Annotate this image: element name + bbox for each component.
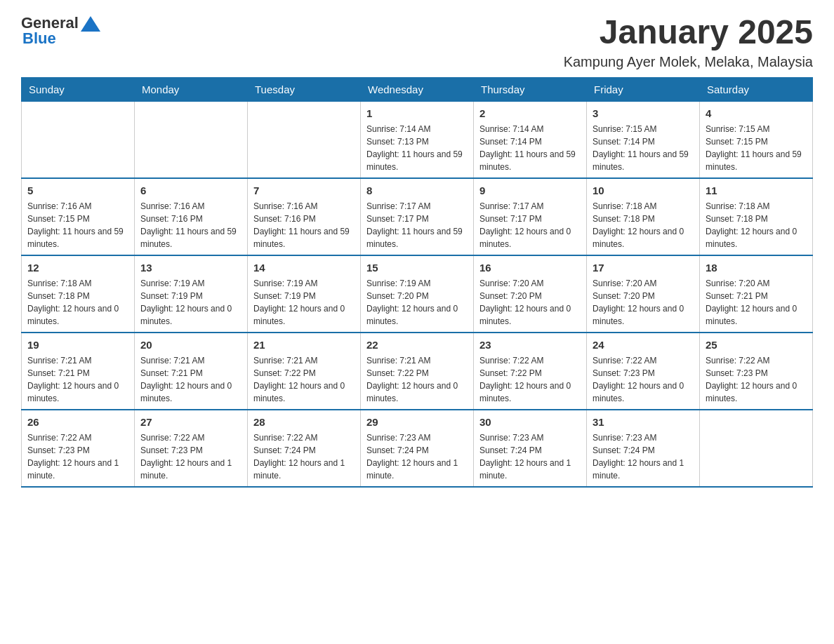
calendar-cell: 3Sunrise: 7:15 AMSunset: 7:14 PMDaylight… (587, 101, 700, 178)
calendar-cell: 11Sunrise: 7:18 AMSunset: 7:18 PMDayligh… (700, 178, 813, 255)
day-info: Sunrise: 7:15 AMSunset: 7:15 PMDaylight:… (706, 123, 807, 173)
header-row: SundayMondayTuesdayWednesdayThursdayFrid… (22, 77, 813, 101)
calendar-cell: 5Sunrise: 7:16 AMSunset: 7:15 PMDaylight… (22, 178, 135, 255)
day-info: Sunrise: 7:21 AMSunset: 7:21 PMDaylight:… (140, 354, 241, 405)
day-info: Sunrise: 7:22 AMSunset: 7:23 PMDaylight:… (706, 354, 807, 405)
day-number: 10 (593, 183, 694, 198)
calendar-body: 1Sunrise: 7:14 AMSunset: 7:13 PMDaylight… (22, 101, 813, 487)
day-info: Sunrise: 7:14 AMSunset: 7:14 PMDaylight:… (479, 123, 581, 173)
column-header-friday: Friday (587, 77, 700, 101)
logo: General Blue (21, 14, 100, 48)
day-info: Sunrise: 7:16 AMSunset: 7:16 PMDaylight:… (253, 200, 355, 250)
day-info: Sunrise: 7:18 AMSunset: 7:18 PMDaylight:… (706, 200, 807, 250)
day-info: Sunrise: 7:22 AMSunset: 7:23 PMDaylight:… (593, 354, 694, 405)
calendar-cell: 25Sunrise: 7:22 AMSunset: 7:23 PMDayligh… (700, 333, 813, 410)
calendar-cell: 9Sunrise: 7:17 AMSunset: 7:17 PMDaylight… (474, 178, 587, 255)
page-subtitle: Kampung Ayer Molek, Melaka, Malaysia (564, 54, 813, 70)
day-number: 24 (593, 337, 694, 352)
day-info: Sunrise: 7:15 AMSunset: 7:14 PMDaylight:… (593, 123, 694, 173)
calendar-cell: 19Sunrise: 7:21 AMSunset: 7:21 PMDayligh… (22, 333, 135, 410)
column-header-monday: Monday (135, 77, 248, 101)
calendar-cell: 28Sunrise: 7:22 AMSunset: 7:24 PMDayligh… (248, 410, 361, 487)
day-number: 22 (366, 337, 468, 352)
calendar-cell: 16Sunrise: 7:20 AMSunset: 7:20 PMDayligh… (474, 255, 587, 333)
calendar-cell: 31Sunrise: 7:23 AMSunset: 7:24 PMDayligh… (587, 410, 700, 487)
calendar-cell: 15Sunrise: 7:19 AMSunset: 7:20 PMDayligh… (361, 255, 474, 333)
day-info: Sunrise: 7:16 AMSunset: 7:15 PMDaylight:… (27, 200, 128, 250)
calendar-cell: 4Sunrise: 7:15 AMSunset: 7:15 PMDaylight… (700, 101, 813, 178)
day-number: 30 (479, 415, 581, 429)
day-number: 16 (479, 260, 581, 275)
column-header-wednesday: Wednesday (361, 77, 474, 101)
day-number: 20 (140, 337, 241, 352)
day-number: 11 (706, 183, 807, 198)
calendar-cell: 24Sunrise: 7:22 AMSunset: 7:23 PMDayligh… (587, 333, 700, 410)
page-title: January 2025 (564, 14, 813, 51)
day-info: Sunrise: 7:19 AMSunset: 7:20 PMDaylight:… (366, 277, 468, 328)
day-number: 27 (140, 415, 241, 429)
day-info: Sunrise: 7:19 AMSunset: 7:19 PMDaylight:… (253, 277, 355, 328)
calendar-cell: 13Sunrise: 7:19 AMSunset: 7:19 PMDayligh… (135, 255, 248, 333)
calendar-cell: 12Sunrise: 7:18 AMSunset: 7:18 PMDayligh… (22, 255, 135, 333)
day-number: 8 (366, 183, 468, 198)
title-block: January 2025 Kampung Ayer Molek, Melaka,… (564, 14, 813, 70)
day-number: 19 (27, 337, 128, 352)
column-header-thursday: Thursday (474, 77, 587, 101)
logo-blue-text: Blue (21, 29, 56, 48)
page-header: General Blue January 2025 Kampung Ayer M… (21, 14, 813, 70)
calendar-cell: 1Sunrise: 7:14 AMSunset: 7:13 PMDaylight… (361, 101, 474, 178)
column-header-sunday: Sunday (22, 77, 135, 101)
day-info: Sunrise: 7:18 AMSunset: 7:18 PMDaylight:… (593, 200, 694, 250)
day-number: 2 (479, 106, 581, 121)
calendar-cell: 7Sunrise: 7:16 AMSunset: 7:16 PMDaylight… (248, 178, 361, 255)
day-number: 3 (593, 106, 694, 121)
calendar-cell: 6Sunrise: 7:16 AMSunset: 7:16 PMDaylight… (135, 178, 248, 255)
day-number: 4 (706, 106, 807, 121)
day-info: Sunrise: 7:20 AMSunset: 7:20 PMDaylight:… (593, 277, 694, 328)
day-number: 25 (706, 337, 807, 352)
day-number: 29 (366, 415, 468, 429)
logo-triangle-icon (81, 16, 100, 32)
day-number: 9 (479, 183, 581, 198)
calendar-cell (135, 101, 248, 178)
day-info: Sunrise: 7:22 AMSunset: 7:23 PMDaylight:… (27, 431, 128, 482)
day-number: 18 (706, 260, 807, 275)
day-info: Sunrise: 7:17 AMSunset: 7:17 PMDaylight:… (479, 200, 581, 250)
column-header-saturday: Saturday (700, 77, 813, 101)
day-info: Sunrise: 7:17 AMSunset: 7:17 PMDaylight:… (366, 200, 468, 250)
day-number: 21 (253, 337, 355, 352)
week-row-2: 5Sunrise: 7:16 AMSunset: 7:15 PMDaylight… (22, 178, 813, 255)
day-info: Sunrise: 7:22 AMSunset: 7:23 PMDaylight:… (140, 431, 241, 482)
day-number: 5 (27, 183, 128, 198)
week-row-1: 1Sunrise: 7:14 AMSunset: 7:13 PMDaylight… (22, 101, 813, 178)
calendar-cell: 14Sunrise: 7:19 AMSunset: 7:19 PMDayligh… (248, 255, 361, 333)
day-info: Sunrise: 7:23 AMSunset: 7:24 PMDaylight:… (366, 431, 468, 482)
calendar-cell: 21Sunrise: 7:21 AMSunset: 7:22 PMDayligh… (248, 333, 361, 410)
day-number: 6 (140, 183, 241, 198)
day-info: Sunrise: 7:23 AMSunset: 7:24 PMDaylight:… (479, 431, 581, 482)
day-number: 26 (27, 415, 128, 429)
calendar-header: SundayMondayTuesdayWednesdayThursdayFrid… (22, 77, 813, 101)
calendar-cell (248, 101, 361, 178)
day-info: Sunrise: 7:16 AMSunset: 7:16 PMDaylight:… (140, 200, 241, 250)
calendar-cell: 20Sunrise: 7:21 AMSunset: 7:21 PMDayligh… (135, 333, 248, 410)
calendar-cell (700, 410, 813, 487)
calendar-table: SundayMondayTuesdayWednesdayThursdayFrid… (21, 77, 813, 488)
week-row-3: 12Sunrise: 7:18 AMSunset: 7:18 PMDayligh… (22, 255, 813, 333)
calendar-cell: 18Sunrise: 7:20 AMSunset: 7:21 PMDayligh… (700, 255, 813, 333)
calendar-cell: 29Sunrise: 7:23 AMSunset: 7:24 PMDayligh… (361, 410, 474, 487)
day-info: Sunrise: 7:21 AMSunset: 7:22 PMDaylight:… (366, 354, 468, 405)
day-info: Sunrise: 7:20 AMSunset: 7:21 PMDaylight:… (706, 277, 807, 328)
day-number: 1 (366, 106, 468, 121)
column-header-tuesday: Tuesday (248, 77, 361, 101)
day-info: Sunrise: 7:21 AMSunset: 7:22 PMDaylight:… (253, 354, 355, 405)
calendar-cell: 22Sunrise: 7:21 AMSunset: 7:22 PMDayligh… (361, 333, 474, 410)
calendar-cell: 27Sunrise: 7:22 AMSunset: 7:23 PMDayligh… (135, 410, 248, 487)
day-number: 31 (593, 415, 694, 429)
calendar-cell: 2Sunrise: 7:14 AMSunset: 7:14 PMDaylight… (474, 101, 587, 178)
calendar-cell: 23Sunrise: 7:22 AMSunset: 7:22 PMDayligh… (474, 333, 587, 410)
calendar-cell: 30Sunrise: 7:23 AMSunset: 7:24 PMDayligh… (474, 410, 587, 487)
week-row-5: 26Sunrise: 7:22 AMSunset: 7:23 PMDayligh… (22, 410, 813, 487)
day-number: 14 (253, 260, 355, 275)
calendar-cell (22, 101, 135, 178)
